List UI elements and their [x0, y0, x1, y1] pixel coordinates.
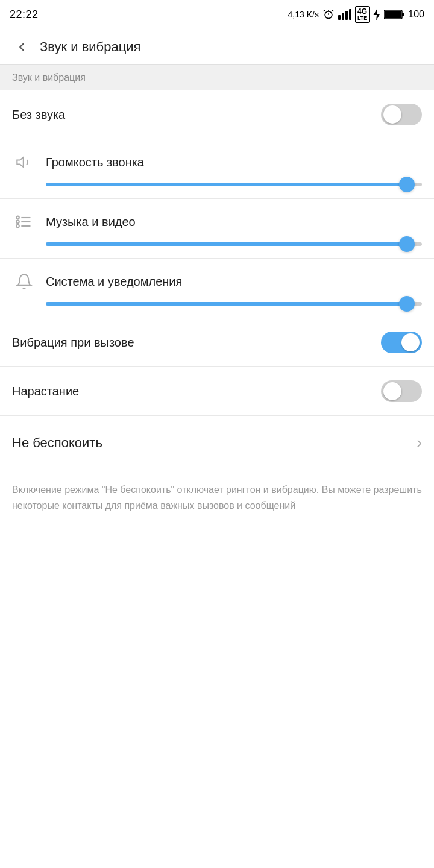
svg-rect-7	[385, 11, 401, 18]
svg-rect-3	[345, 11, 348, 20]
status-time: 22:22	[10, 8, 39, 21]
system-fill	[46, 302, 407, 306]
svg-point-14	[16, 221, 19, 224]
section-header: Звук и вибрация	[0, 65, 434, 90]
svg-point-15	[16, 225, 19, 228]
media-fill	[46, 242, 407, 246]
ringtone-track[interactable]	[46, 183, 422, 186]
media-label: Музыка и видео	[46, 215, 136, 229]
crescendo-row: Нарастание	[0, 367, 434, 416]
svg-point-13	[16, 216, 19, 219]
back-button[interactable]	[10, 35, 34, 59]
battery-icon	[384, 9, 404, 20]
silent-label: Без звука	[12, 108, 65, 122]
svg-rect-1	[338, 15, 341, 20]
system-icon	[12, 269, 36, 294]
signal-icon	[338, 8, 351, 20]
status-bar: 22:22 4,13 K/s 4GLTE 100	[0, 0, 434, 29]
status-speed: 4,13 K/s	[288, 10, 319, 19]
media-thumb	[399, 236, 415, 252]
crescendo-knob	[383, 382, 401, 400]
media-row: Музыка и видео	[0, 199, 434, 259]
vibrate-call-row: Вибрация при вызове	[0, 318, 434, 367]
silent-toggle[interactable]	[381, 104, 422, 125]
status-right: 4,13 K/s 4GLTE 100	[288, 6, 424, 22]
dnd-chevron-icon: ›	[417, 433, 422, 452]
media-icon	[12, 210, 36, 234]
alarm-icon	[322, 8, 335, 20]
media-track[interactable]	[46, 242, 422, 246]
system-label: Система и уведомления	[46, 275, 182, 289]
svg-rect-8	[402, 13, 404, 16]
svg-rect-2	[342, 13, 344, 20]
vibrate-call-toggle[interactable]	[381, 332, 422, 353]
page-title: Звук и вибрация	[40, 39, 140, 55]
ringtone-label: Громкость звонка	[46, 156, 144, 169]
dnd-label: Не беспокоить	[12, 435, 102, 451]
ringtone-icon	[12, 150, 36, 174]
top-bar: Звук и вибрация	[0, 29, 434, 65]
system-track[interactable]	[46, 302, 422, 306]
battery-level: 100	[408, 9, 424, 20]
dnd-row[interactable]: Не беспокоить ›	[0, 416, 434, 470]
crescendo-toggle[interactable]	[381, 380, 422, 402]
vibrate-call-label: Вибрация при вызове	[12, 336, 134, 350]
silent-mode-row: Без звука	[0, 90, 434, 139]
vibrate-call-knob	[401, 333, 420, 351]
dnd-description: Включение режима "Не беспокоить" отключа…	[0, 470, 434, 531]
system-row: Система и уведомления	[0, 259, 434, 318]
ringtone-row: Громкость звонка	[0, 139, 434, 199]
ringtone-fill	[46, 183, 407, 186]
ringtone-thumb	[399, 177, 415, 192]
system-thumb	[399, 296, 415, 312]
svg-marker-9	[17, 157, 23, 167]
silent-toggle-knob	[383, 105, 401, 124]
charging-icon	[373, 8, 380, 20]
crescendo-label: Нарастание	[12, 385, 79, 398]
svg-rect-4	[349, 9, 351, 20]
network-type: 4GLTE	[355, 6, 370, 22]
svg-marker-5	[374, 8, 380, 20]
